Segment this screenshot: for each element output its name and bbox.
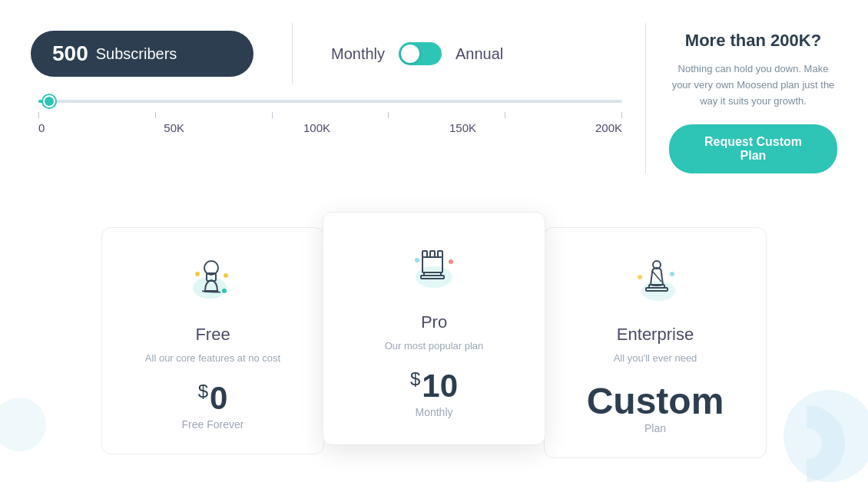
- pro-plan-price: $10: [342, 368, 526, 404]
- enterprise-plan-desc: All you'll ever need: [563, 351, 747, 366]
- subscriber-label: Subscribers: [96, 45, 177, 63]
- free-plan-icon: [182, 251, 244, 312]
- svg-line-21: [652, 271, 661, 282]
- request-custom-plan-button[interactable]: Request Custom Plan: [669, 124, 837, 173]
- pro-plan-period: Monthly: [342, 406, 526, 418]
- svg-rect-11: [438, 251, 442, 257]
- enterprise-plan-price: Custom: [563, 380, 747, 422]
- free-plan-name: Free: [121, 325, 305, 345]
- svg-point-3: [222, 289, 227, 293]
- custom-plan-description: Nothing can hold you down. Make your ver…: [669, 61, 837, 109]
- enterprise-plan-card: Enterprise All you'll ever need Custom P…: [544, 227, 767, 458]
- free-currency: $: [198, 381, 208, 401]
- rook-icon: [403, 239, 465, 300]
- tick-2: [272, 112, 273, 118]
- pro-plan-card: Pro Our most popular plan $10 Monthly: [323, 212, 545, 445]
- billing-toggle-section: Monthly Annual: [331, 42, 503, 65]
- pricing-cards-section: Free All our core features at no cost $0…: [31, 212, 837, 458]
- monthly-label: Monthly: [331, 45, 385, 63]
- slider-label-50k: 50K: [164, 121, 184, 134]
- svg-point-17: [638, 275, 642, 279]
- tick-3: [388, 112, 389, 118]
- slider-track: [38, 100, 622, 103]
- top-section: 500 Subscribers Monthly Annual: [31, 23, 837, 173]
- slider-label-150k: 150K: [449, 121, 476, 134]
- svg-point-7: [449, 259, 453, 264]
- free-plan-period: Free Forever: [121, 418, 305, 431]
- slider-label-0: 0: [38, 121, 45, 134]
- free-plan-card: Free All our core features at no cost $0…: [101, 227, 324, 454]
- enterprise-plan-name: Enterprise: [563, 325, 747, 345]
- annual-label: Annual: [456, 45, 503, 63]
- pro-plan-name: Pro: [342, 312, 526, 332]
- slider-label-100k: 100K: [303, 121, 330, 134]
- enterprise-plan-period: Plan: [563, 422, 747, 434]
- subscriber-row: 500 Subscribers Monthly Annual: [31, 23, 630, 84]
- enterprise-plan-icon: [624, 251, 686, 312]
- page-wrapper: 500 Subscribers Monthly Annual: [0, 0, 868, 482]
- billing-toggle[interactable]: [399, 42, 442, 65]
- subscriber-count: 500: [52, 41, 88, 66]
- slider-labels: 0 50K 100K 150K 200K: [38, 121, 622, 134]
- slider-label-200k: 200K: [595, 121, 622, 134]
- left-area: 500 Subscribers Monthly Annual: [31, 23, 630, 134]
- vertical-divider: [292, 23, 293, 84]
- tick-4: [505, 112, 505, 118]
- svg-rect-10: [430, 251, 435, 257]
- slider-track-wrapper: [38, 100, 622, 103]
- slider-ticks: [38, 112, 622, 118]
- svg-point-8: [415, 258, 419, 262]
- subscriber-badge: 500 Subscribers: [31, 31, 253, 77]
- custom-plan-title: More than 200K?: [669, 31, 837, 51]
- pro-currency: $: [410, 368, 420, 389]
- pro-plan-desc: Our most popular plan: [342, 338, 526, 354]
- svg-point-2: [195, 272, 200, 276]
- toggle-thumb: [401, 45, 419, 63]
- svg-point-16: [670, 272, 674, 276]
- pro-plan-icon: [403, 239, 465, 300]
- slider-area: 0 50K 100K 150K 200K: [31, 100, 630, 134]
- slider-thumb[interactable]: [43, 95, 55, 107]
- tick-1: [155, 112, 156, 118]
- pawn-icon: [182, 251, 244, 312]
- svg-rect-9: [422, 251, 427, 257]
- tick-0: [38, 112, 39, 118]
- free-plan-price: $0: [121, 380, 305, 417]
- free-plan-desc: All our core features at no cost: [121, 351, 305, 366]
- bishop-icon: [624, 251, 686, 312]
- tick-5: [621, 112, 622, 118]
- custom-plan-area: More than 200K? Nothing can hold you dow…: [645, 23, 837, 173]
- svg-point-1: [224, 273, 228, 278]
